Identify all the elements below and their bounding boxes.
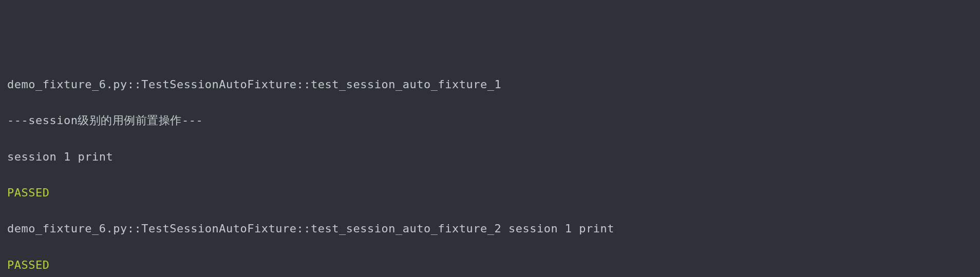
output-line-print-1: session 1 print xyxy=(7,148,973,166)
test-path-2: demo_fixture_6.py::TestSessionAutoFixtur… xyxy=(7,222,508,235)
output-line-test-id-1: demo_fixture_6.py::TestSessionAutoFixtur… xyxy=(7,75,973,93)
output-line-passed-2: PASSED xyxy=(7,256,973,274)
output-line-test-id-2: demo_fixture_6.py::TestSessionAutoFixtur… xyxy=(7,220,973,238)
output-line-fixture-setup: ---session级别的用例前置操作--- xyxy=(7,111,973,129)
output-print-2: session 1 print xyxy=(508,222,614,235)
output-line-passed-1: PASSED xyxy=(7,184,973,202)
